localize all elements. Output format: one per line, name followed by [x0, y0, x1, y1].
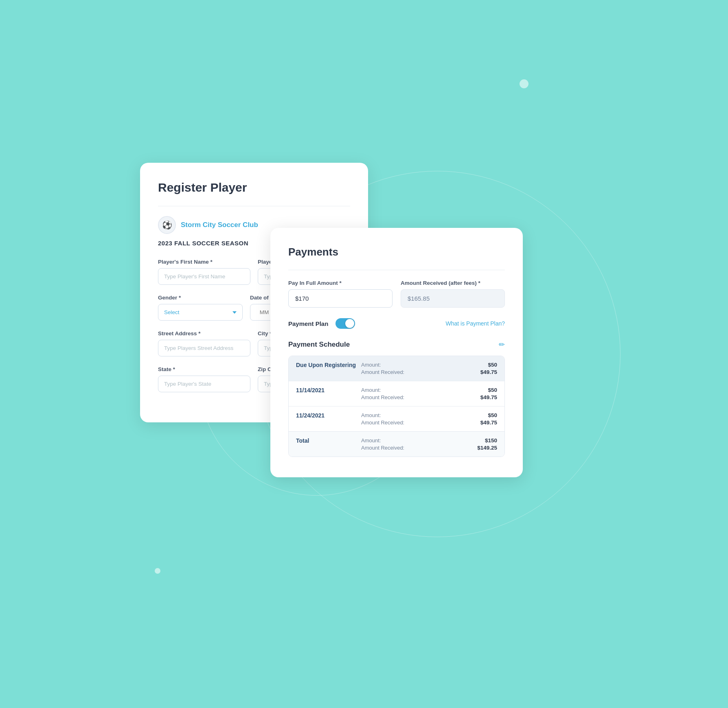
amount-received-input	[401, 289, 505, 308]
street-input[interactable]	[158, 340, 250, 356]
schedule-row: 11/24/2021 Amount: Amount Received: $50 …	[289, 406, 504, 431]
state-input[interactable]	[158, 376, 250, 392]
bg-dot-top	[520, 79, 528, 88]
what-is-payment-plan-link[interactable]: What is Payment Plan?	[445, 320, 505, 327]
received-value: $49.75	[480, 369, 497, 375]
gender-select-wrapper: Select	[158, 304, 243, 321]
received-value: $149.25	[477, 445, 497, 451]
club-logo-icon: ⚽	[162, 220, 172, 230]
pay-fields-row: Pay In Full Amount * Amount Received (af…	[288, 280, 505, 308]
payment-schedule-table: Due Upon Registering Amount: Amount Rece…	[288, 356, 505, 457]
row-meta: Amount: Amount Received:	[361, 437, 465, 451]
received-label: Amount Received:	[361, 369, 465, 375]
meta-values: $50 $49.75	[465, 387, 497, 400]
amount-label: Amount:	[361, 437, 465, 444]
amount-received-label: Amount Received (after fees) *	[401, 280, 505, 286]
state-label: State *	[158, 366, 250, 372]
first-name-group: Player's First Name *	[158, 259, 250, 285]
amount-label: Amount:	[361, 387, 465, 393]
schedule-row: Due Upon Registering Amount: Amount Rece…	[289, 356, 504, 381]
gender-select[interactable]: Select	[158, 304, 243, 321]
row-meta: Amount: Amount Received:	[361, 362, 465, 375]
street-label: Street Address *	[158, 330, 250, 337]
register-title: Register Player	[158, 181, 350, 194]
received-label: Amount Received:	[361, 445, 465, 451]
gender-label: Gender *	[158, 295, 243, 301]
meta-values: $50 $49.75	[465, 412, 497, 426]
cards-container: Register Player ⚽ Storm City Soccer Club…	[140, 130, 588, 578]
payment-plan-left: Payment Plan	[288, 318, 355, 329]
chevron-down-icon	[232, 311, 237, 314]
toggle-knob	[345, 319, 354, 328]
schedule-row: 11/14/2021 Amount: Amount Received: $50 …	[289, 381, 504, 406]
amount-label: Amount:	[361, 362, 465, 368]
edit-icon[interactable]: ✏	[499, 340, 505, 349]
state-group: State *	[158, 366, 250, 392]
row-key: Due Upon Registering	[296, 362, 361, 368]
meta-values: $150 $149.25	[465, 437, 497, 451]
gender-group: Gender * Select	[158, 295, 243, 321]
amount-value: $150	[485, 437, 497, 444]
row-key: 11/24/2021	[296, 412, 361, 419]
meta-values: $50 $49.75	[465, 362, 497, 375]
club-name: Storm City Soccer Club	[181, 221, 258, 229]
pay-in-full-group: Pay In Full Amount *	[288, 280, 393, 308]
payment-schedule-title: Payment Schedule	[288, 341, 350, 349]
schedule-row: Total Amount: Amount Received: $150 $149…	[289, 431, 504, 457]
register-divider	[158, 206, 350, 206]
received-label: Amount Received:	[361, 420, 465, 426]
amount-value: $50	[488, 362, 497, 368]
payments-divider	[288, 270, 505, 270]
street-group: Street Address *	[158, 330, 250, 356]
amount-label: Amount:	[361, 412, 465, 418]
pay-in-full-input[interactable]	[288, 289, 393, 308]
payment-plan-row: Payment Plan What is Payment Plan?	[288, 318, 505, 329]
received-value: $49.75	[480, 420, 497, 426]
row-key: Total	[296, 437, 361, 444]
payment-plan-label: Payment Plan	[288, 320, 328, 327]
row-meta: Amount: Amount Received:	[361, 412, 465, 426]
payment-plan-toggle[interactable]	[335, 318, 355, 329]
gender-select-value: Select	[164, 309, 180, 315]
amount-value: $50	[488, 387, 497, 393]
payment-schedule-header: Payment Schedule ✏	[288, 340, 505, 349]
received-label: Amount Received:	[361, 394, 465, 400]
payments-title: Payments	[288, 246, 505, 258]
received-value: $49.75	[480, 394, 497, 400]
amount-received-group: Amount Received (after fees) *	[401, 280, 505, 308]
pay-in-full-label: Pay In Full Amount *	[288, 280, 393, 286]
amount-value: $50	[488, 412, 497, 418]
row-key: 11/14/2021	[296, 387, 361, 393]
row-meta: Amount: Amount Received:	[361, 387, 465, 400]
club-logo: ⚽	[158, 216, 176, 234]
payments-card: Payments Pay In Full Amount * Amount Rec…	[270, 228, 523, 477]
first-name-label: Player's First Name *	[158, 259, 250, 265]
first-name-input[interactable]	[158, 268, 250, 285]
